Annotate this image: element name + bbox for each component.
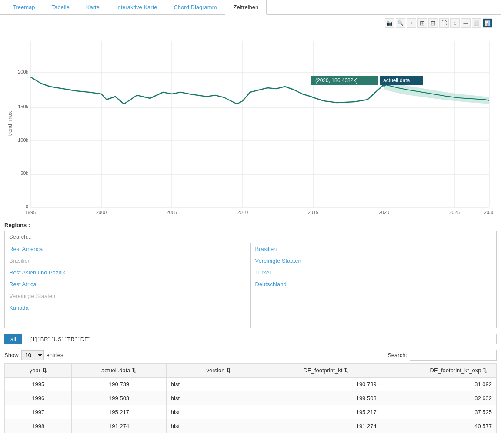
toolbar-minus[interactable]: — bbox=[461, 18, 471, 28]
col-version[interactable]: version ⇅ bbox=[166, 364, 271, 378]
col-actuell-data[interactable]: actuell.data ⇅ bbox=[72, 364, 166, 378]
svg-text:200k: 200k bbox=[18, 69, 28, 74]
regions-lists: Rest America Brasilien Rest Asien und Pa… bbox=[4, 243, 497, 328]
time-series-chart: trend_max 200k 150k 100k 50k 0 1995 2000… bbox=[7, 28, 494, 215]
svg-text:trend_max: trend_max bbox=[7, 111, 13, 136]
cell-version: hist bbox=[166, 378, 271, 391]
data-table: year ⇅ actuell.data ⇅ version ⇅ DE_footp… bbox=[4, 363, 497, 433]
cell-version: hist bbox=[166, 405, 271, 419]
list-item[interactable]: Deutschland bbox=[251, 278, 497, 290]
table-row: 1995 190 739 hist 190 739 31 092 bbox=[5, 378, 497, 391]
svg-text:2025: 2025 bbox=[449, 210, 460, 215]
svg-text:2015: 2015 bbox=[308, 210, 318, 215]
col-de-footprint-kt-exp[interactable]: DE_footprint_kt_exp ⇅ bbox=[381, 364, 496, 378]
svg-text:2005: 2005 bbox=[167, 210, 177, 215]
list-item[interactable]: Brasilien bbox=[251, 243, 497, 255]
svg-text:2020: 2020 bbox=[379, 210, 389, 215]
list-item[interactable]: Vereinigte Staaten bbox=[251, 255, 497, 267]
list-item[interactable]: Rest Asien und Pazifik bbox=[5, 267, 250, 278]
cell-actuell-data: 191 274 bbox=[72, 419, 166, 433]
cell-version: hist bbox=[166, 419, 271, 433]
data-table-container: year ⇅ actuell.data ⇅ version ⇅ DE_footp… bbox=[0, 363, 501, 442]
svg-text:0: 0 bbox=[26, 204, 28, 209]
svg-text:150k: 150k bbox=[18, 104, 28, 109]
cell-de-footprint-kt: 191 274 bbox=[271, 419, 381, 433]
cell-de-footprint-kt: 190 739 bbox=[271, 378, 381, 391]
toolbar-home[interactable]: ⌂ bbox=[450, 18, 460, 28]
tab-chord-diagramm[interactable]: Chord Diagramm bbox=[165, 0, 225, 15]
cell-de-footprint-kt-exp: 32 632 bbox=[381, 391, 496, 405]
tab-tabelle[interactable]: Tabelle bbox=[43, 0, 78, 15]
cell-actuell-data: 190 739 bbox=[72, 378, 166, 391]
table-header-row: year ⇅ actuell.data ⇅ version ⇅ DE_footp… bbox=[5, 364, 497, 378]
table-controls: Show 10 25 50 100 entries Search: bbox=[0, 347, 501, 363]
toolbar-camera[interactable]: 📷 bbox=[385, 18, 394, 28]
filter-row: all [1] "BR" "US" "TR" "DE" bbox=[0, 331, 501, 347]
cell-actuell-data: 199 503 bbox=[72, 391, 166, 405]
entries-label: entries bbox=[47, 352, 63, 358]
list-item[interactable]: Rest America bbox=[5, 243, 250, 255]
list-item-rest-africa[interactable]: Rest Africa bbox=[5, 278, 250, 290]
cell-de-footprint-kt: 195 217 bbox=[271, 405, 381, 419]
cell-year: 1997 bbox=[5, 405, 72, 419]
col-year[interactable]: year ⇅ bbox=[5, 364, 72, 378]
regions-search-input[interactable] bbox=[4, 231, 497, 243]
show-label: Show bbox=[4, 352, 19, 358]
list-item[interactable]: Turkei bbox=[251, 267, 497, 278]
svg-text:2010: 2010 bbox=[237, 210, 248, 215]
table-row: 1998 191 274 hist 191 274 40 577 bbox=[5, 419, 497, 433]
toolbar-zoom[interactable]: 🔍 bbox=[396, 18, 405, 28]
tab-bar: Treemap Tabelle Karte Interaktive Karte … bbox=[0, 0, 501, 15]
filter-all-button[interactable]: all bbox=[4, 334, 22, 344]
toolbar-fullscreen[interactable]: ⛶ bbox=[439, 18, 449, 28]
list-item[interactable]: Brasilien bbox=[5, 255, 250, 267]
svg-text:50k: 50k bbox=[20, 171, 28, 176]
table-row: 1996 199 503 hist 199 503 32 632 bbox=[5, 391, 497, 405]
chart-toolbar: 📷 🔍 + ⊞ ⊟ ⛶ ⌂ — ⬜ 📊 bbox=[0, 15, 501, 28]
regions-label: Regions : bbox=[4, 222, 497, 228]
filter-tag: [1] "BR" "US" "TR" "DE" bbox=[25, 334, 497, 344]
cell-year: 1998 bbox=[5, 419, 72, 433]
tab-treemap[interactable]: Treemap bbox=[4, 0, 43, 15]
chart-container: trend_max 200k 150k 100k 50k 0 1995 2000… bbox=[0, 28, 501, 219]
toolbar-box1[interactable]: ⊞ bbox=[418, 18, 427, 28]
cell-year: 1995 bbox=[5, 378, 72, 391]
cell-year: 1996 bbox=[5, 391, 72, 405]
regions-section: Regions : Rest America Brasilien Rest As… bbox=[0, 219, 501, 331]
col-de-footprint-kt[interactable]: DE_footprint_kt ⇅ bbox=[271, 364, 381, 378]
regions-left-list: Rest America Brasilien Rest Asien und Pa… bbox=[5, 243, 251, 328]
svg-text:actuell.data: actuell.data bbox=[383, 77, 410, 84]
svg-text:2000: 2000 bbox=[96, 210, 107, 215]
svg-text:1995: 1995 bbox=[25, 210, 36, 215]
cell-de-footprint-kt: 199 503 bbox=[271, 391, 381, 405]
entries-select[interactable]: 10 25 50 100 bbox=[21, 350, 44, 360]
tab-interaktive-karte[interactable]: Interaktive Karte bbox=[108, 0, 166, 15]
table-search-input[interactable] bbox=[410, 350, 497, 361]
toolbar-box2[interactable]: ⊟ bbox=[428, 18, 438, 28]
regions-right-list: Brasilien Vereinigte Staaten Turkei Deut… bbox=[251, 243, 497, 328]
cell-de-footprint-kt-exp: 37 525 bbox=[381, 405, 496, 419]
cell-de-footprint-kt-exp: 40 577 bbox=[381, 419, 496, 433]
tab-zeitreihen[interactable]: Zeitreihen bbox=[225, 0, 267, 15]
toolbar-separator[interactable]: ⬜ bbox=[472, 18, 481, 28]
table-row: 1997 195 217 hist 195 217 37 525 bbox=[5, 405, 497, 419]
cell-actuell-data: 195 217 bbox=[72, 405, 166, 419]
search-control: Search: bbox=[387, 350, 497, 361]
svg-text:100k: 100k bbox=[18, 137, 28, 143]
search-label: Search: bbox=[387, 352, 407, 358]
list-item[interactable]: Kanada bbox=[5, 302, 250, 314]
svg-text:(2020, 186.4082k): (2020, 186.4082k) bbox=[315, 77, 357, 84]
cell-de-footprint-kt-exp: 31 092 bbox=[381, 378, 496, 391]
svg-text:2030: 2030 bbox=[484, 210, 494, 215]
cell-version: hist bbox=[166, 391, 271, 405]
tab-karte[interactable]: Karte bbox=[78, 0, 108, 15]
toolbar-chart-type[interactable]: 📊 bbox=[483, 18, 492, 28]
toolbar-plus[interactable]: + bbox=[407, 18, 416, 28]
list-item[interactable]: Vereinigte Staaten bbox=[5, 290, 250, 302]
show-entries: Show 10 25 50 100 entries bbox=[4, 350, 63, 360]
